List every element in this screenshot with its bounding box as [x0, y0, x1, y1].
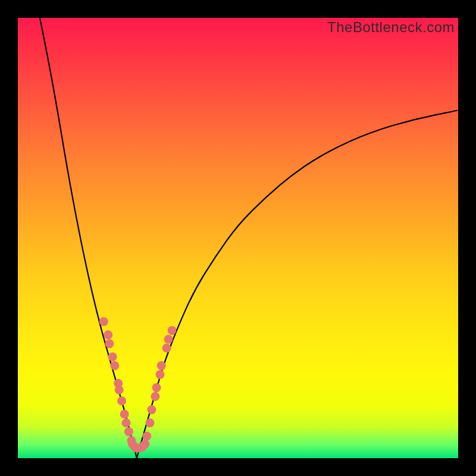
data-dot — [105, 339, 114, 348]
data-dot — [104, 330, 112, 339]
curve-right — [137, 110, 458, 458]
data-dot — [156, 370, 165, 379]
data-dot — [122, 418, 131, 427]
data-dot — [117, 396, 126, 405]
data-dot — [142, 432, 151, 441]
chart-svg — [18, 18, 458, 458]
data-dot — [124, 427, 133, 436]
chart-frame: TheBottleneck.com — [18, 18, 458, 458]
data-dot — [162, 344, 171, 353]
data-dot — [140, 440, 149, 449]
data-dot — [110, 361, 119, 370]
data-dot — [108, 352, 117, 361]
data-dot — [157, 361, 166, 370]
data-dot — [151, 392, 159, 401]
data-dot — [146, 418, 155, 427]
data-dot — [115, 386, 124, 394]
data-dot — [168, 326, 177, 335]
data-dot — [152, 383, 161, 392]
data-dot — [164, 335, 173, 344]
data-dot — [120, 410, 129, 419]
data-dots — [99, 317, 177, 452]
data-dot — [147, 405, 156, 414]
data-dot — [99, 317, 108, 326]
